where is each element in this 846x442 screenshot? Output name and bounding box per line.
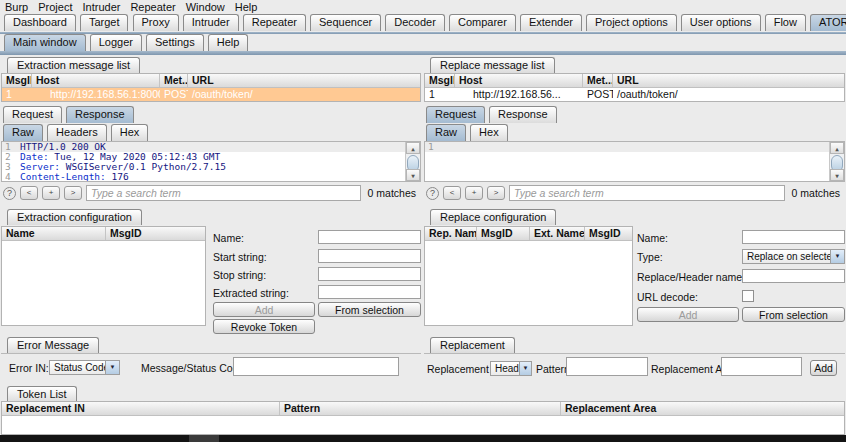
menu-repeater[interactable]: Repeater	[130, 1, 175, 14]
tab-help[interactable]: Help	[208, 34, 249, 51]
table-row[interactable]: 1 http://192.168.56.1:8000 POST /oauth/t…	[2, 88, 420, 101]
from-selection-button[interactable]: From selection	[318, 302, 421, 317]
revoke-token-button[interactable]: Revoke Token	[213, 319, 315, 334]
name-field[interactable]	[742, 230, 845, 244]
error-message-tab[interactable]: Error Message	[7, 337, 99, 353]
col-url[interactable]: URL	[188, 74, 420, 87]
tab-extender[interactable]: Extender	[520, 14, 582, 31]
help-icon[interactable]: ?	[3, 187, 16, 200]
tab-logger[interactable]: Logger	[90, 34, 142, 51]
tab-proxy[interactable]: Proxy	[133, 14, 179, 31]
menu-help[interactable]: Help	[235, 1, 258, 14]
token-list-tab[interactable]: Token List	[7, 386, 77, 402]
col-msgid[interactable]: MsgID	[477, 227, 530, 240]
replacement-area-field[interactable]	[721, 357, 802, 376]
tab-decoder[interactable]: Decoder	[385, 14, 445, 31]
tab-ator-extender[interactable]: ATOR Extender	[810, 14, 846, 31]
menu-project[interactable]: Project	[38, 1, 72, 14]
pattern-field[interactable]	[566, 357, 648, 376]
add-button[interactable]: Add	[213, 302, 315, 317]
url-decode-checkbox[interactable]	[742, 290, 754, 302]
tab-hex[interactable]: Hex	[111, 124, 149, 141]
replacement-tab[interactable]: Replacement	[430, 337, 515, 353]
tab-raw[interactable]: Raw	[426, 124, 466, 141]
replace-message-list-tab[interactable]: Replace message list	[430, 57, 555, 73]
tab-raw[interactable]: Raw	[3, 124, 43, 141]
tab-dashboard[interactable]: Dashboard	[4, 14, 76, 31]
type-select[interactable]: Replace on selected ▼	[742, 249, 845, 264]
col-host[interactable]: Host	[32, 74, 160, 87]
menu-burp[interactable]: Burp	[5, 1, 28, 14]
tab-repeater[interactable]: Repeater	[243, 14, 306, 31]
error-in-select[interactable]: Status Code ▼	[49, 360, 120, 375]
search-prev-button[interactable]: <	[443, 186, 461, 200]
search-prev-button[interactable]: <	[20, 186, 38, 200]
tab-response[interactable]: Response	[66, 106, 134, 123]
replace-header-name-field[interactable]	[742, 269, 845, 283]
col-replacement-in[interactable]: Replacement IN	[2, 402, 280, 415]
extracted-string-field[interactable]	[318, 285, 421, 299]
col-msgid-2[interactable]: MsgID	[585, 227, 632, 240]
col-host[interactable]: Host	[455, 74, 583, 87]
tab-sequencer[interactable]: Sequencer	[310, 14, 381, 31]
tab-comparer[interactable]: Comparer	[449, 14, 516, 31]
tab-flow[interactable]: Flow	[765, 14, 806, 31]
col-msgid[interactable]: MsgID	[106, 227, 205, 240]
search-input[interactable]	[86, 185, 361, 201]
search-add-button[interactable]: +	[42, 186, 60, 200]
col-method[interactable]: Met...	[583, 74, 613, 87]
col-msgid[interactable]: MsgID	[425, 74, 455, 87]
col-name[interactable]: Name	[2, 227, 106, 240]
tab-intruder[interactable]: Intruder	[183, 14, 239, 31]
add-button[interactable]: Add	[810, 360, 837, 376]
table-row[interactable]: 1 http://192.168.56... POST /oauth/token…	[425, 88, 844, 101]
tab-project-options[interactable]: Project options	[586, 14, 677, 31]
name-label: Name:	[213, 232, 244, 245]
scrollbar[interactable]: ▲ ▼	[829, 142, 844, 181]
start-string-field[interactable]	[318, 249, 421, 263]
add-button[interactable]: Add	[637, 307, 739, 322]
col-method[interactable]: Met...	[160, 74, 188, 87]
request-editor[interactable]: 1 ▲ ▼	[424, 141, 845, 182]
tab-target[interactable]: Target	[80, 14, 129, 31]
tab-settings[interactable]: Settings	[146, 34, 204, 51]
col-replacement-area[interactable]: Replacement Area	[561, 402, 844, 415]
scroll-up-icon[interactable]: ▲	[406, 142, 420, 154]
response-editor[interactable]: 1HTTP/1.0 200 OK 2Date: Tue, 12 May 2020…	[1, 141, 421, 182]
extraction-message-list-tab[interactable]: Extraction message list	[7, 57, 140, 73]
scroll-up-icon[interactable]: ▲	[830, 142, 844, 154]
scroll-down-icon[interactable]: ▼	[406, 169, 420, 181]
tab-request[interactable]: Request	[3, 106, 62, 123]
dropdown-arrow-icon[interactable]: ▼	[830, 250, 844, 263]
search-input[interactable]	[509, 185, 785, 201]
search-next-button[interactable]: >	[487, 186, 505, 200]
tab-headers[interactable]: Headers	[47, 124, 107, 141]
stop-string-field[interactable]	[318, 267, 421, 281]
tab-response[interactable]: Response	[489, 106, 557, 123]
from-selection-button[interactable]: From selection	[742, 307, 845, 322]
menu-intruder[interactable]: Intruder	[83, 1, 121, 14]
scroll-down-icon[interactable]: ▼	[830, 169, 844, 181]
replace-configuration-tab[interactable]: Replace configuration	[430, 209, 556, 225]
tab-main-window[interactable]: Main window	[4, 34, 86, 51]
col-ext-name[interactable]: Ext. Name	[530, 227, 585, 240]
extraction-message-list-panel: Extraction message list MsgID Host Met..…	[1, 57, 421, 103]
dropdown-arrow-icon[interactable]: ▼	[105, 361, 119, 374]
col-msgid[interactable]: MsgID	[2, 74, 32, 87]
col-url[interactable]: URL	[613, 74, 844, 87]
col-rep-name[interactable]: Rep. Name	[425, 227, 477, 240]
scrollbar[interactable]: ▲ ▼	[405, 142, 420, 181]
search-next-button[interactable]: >	[64, 186, 82, 200]
search-add-button[interactable]: +	[465, 186, 483, 200]
tab-request[interactable]: Request	[426, 106, 485, 123]
extraction-configuration-tab[interactable]: Extraction configuration	[7, 209, 142, 225]
name-field[interactable]	[318, 230, 421, 244]
replacement-in-select[interactable]: Header ▼	[490, 361, 532, 376]
tab-user-options[interactable]: User options	[681, 14, 761, 31]
menu-window[interactable]: Window	[186, 1, 225, 14]
help-icon[interactable]: ?	[426, 187, 439, 200]
message-status-code-field[interactable]	[233, 357, 399, 376]
dropdown-arrow-icon[interactable]: ▼	[519, 362, 531, 375]
tab-hex[interactable]: Hex	[470, 124, 508, 141]
col-pattern[interactable]: Pattern	[280, 402, 561, 415]
